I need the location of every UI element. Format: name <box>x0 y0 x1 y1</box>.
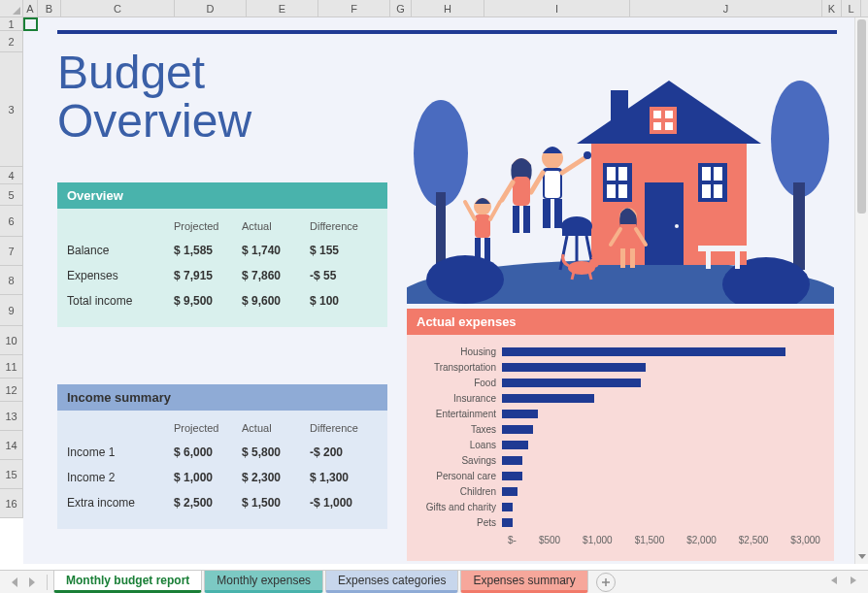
row-header-5[interactable]: 5 <box>0 184 22 206</box>
chart-bar <box>502 487 517 496</box>
row-header-4[interactable]: 4 <box>0 167 22 184</box>
svg-marker-72 <box>851 577 856 584</box>
cell-actual: $ 5,800 <box>242 445 310 459</box>
cell-projected: $ 1,585 <box>174 244 242 257</box>
sheet-tab[interactable]: Expenses categories <box>325 571 458 593</box>
table-row: Extra income$ 2,500$ 1,500-$ 1,000 <box>67 490 378 515</box>
svg-rect-17 <box>665 122 673 130</box>
chart-bar-row: Taxes <box>413 422 818 437</box>
row-header-10[interactable]: 10 <box>0 326 22 355</box>
axis-tick-label: $1,500 <box>635 535 665 545</box>
svg-rect-39 <box>543 199 551 228</box>
separator <box>47 575 48 590</box>
row-header-16[interactable]: 16 <box>0 489 22 518</box>
svg-rect-19 <box>607 167 616 181</box>
svg-marker-68 <box>29 577 35 587</box>
row-label: Income 2 <box>67 471 174 484</box>
svg-rect-16 <box>653 122 661 130</box>
chart-bar-row: Loans <box>413 438 818 452</box>
sheet-tab[interactable]: Monthly expenses <box>204 571 323 593</box>
cell-difference: $ 100 <box>310 294 378 308</box>
chart-category-label: Children <box>413 486 502 497</box>
table-row: Total income$ 9,500$ 9,600$ 100 <box>67 288 378 313</box>
column-header-A[interactable]: A <box>23 0 38 16</box>
column-header-L[interactable]: L <box>842 0 861 16</box>
column-header-J[interactable]: J <box>630 0 822 16</box>
row-header-6[interactable]: 6 <box>0 206 22 237</box>
row-header-13[interactable]: 13 <box>0 402 22 431</box>
svg-line-64 <box>572 272 574 280</box>
row-header-12[interactable]: 12 <box>0 379 22 402</box>
hscroll-right-icon[interactable] <box>849 575 864 590</box>
svg-rect-38 <box>545 171 560 198</box>
svg-marker-71 <box>831 577 837 584</box>
row-header-14[interactable]: 14 <box>0 431 22 460</box>
select-all-corner[interactable] <box>0 0 23 17</box>
cell-projected: $ 6,000 <box>174 445 242 459</box>
svg-rect-10 <box>611 90 628 124</box>
row-header-3[interactable]: 3 <box>0 52 22 167</box>
income-header: Income summary <box>57 384 387 411</box>
column-header-K[interactable]: K <box>822 0 842 16</box>
column-header-I[interactable]: I <box>484 0 630 16</box>
row-header-9[interactable]: 9 <box>0 295 22 326</box>
sheet-tab[interactable]: Monthly budget report <box>53 571 202 593</box>
chart-category-label: Savings <box>413 455 502 466</box>
chart-category-label: Insurance <box>413 393 502 404</box>
scroll-down-icon[interactable] <box>857 550 866 562</box>
vertical-scrollbar[interactable] <box>854 17 868 564</box>
col-difference: Difference <box>310 422 378 434</box>
sheet-tab[interactable]: Expenses summary <box>460 571 587 593</box>
row-header-8[interactable]: 8 <box>0 266 22 295</box>
svg-point-12 <box>675 224 679 228</box>
column-header-F[interactable]: F <box>318 0 390 16</box>
overview-header: Overview <box>57 182 387 209</box>
income-summary-card: Income summary Projected Actual Differen… <box>57 384 387 529</box>
chart-bar-row: Housing <box>413 345 818 359</box>
cell-actual: $ 1,740 <box>242 244 310 257</box>
svg-point-42 <box>584 151 591 159</box>
cell-actual: $ 9,600 <box>242 294 310 308</box>
add-sheet-button[interactable] <box>596 573 616 592</box>
worksheet-canvas[interactable]: Budget Overview <box>23 17 854 564</box>
svg-rect-20 <box>618 167 627 181</box>
column-header-C[interactable]: C <box>61 0 175 16</box>
axis-tick-label: $500 <box>539 535 560 545</box>
svg-rect-25 <box>714 167 722 181</box>
svg-rect-11 <box>645 182 684 265</box>
axis-tick-label: $2,000 <box>686 535 717 545</box>
axis-tick-label: $3,000 <box>790 535 820 545</box>
chart-bar <box>502 518 513 527</box>
chart-bar-row: Gifts and charity <box>413 500 818 514</box>
svg-rect-52 <box>484 238 490 261</box>
column-header-B[interactable]: B <box>38 0 61 16</box>
cell-actual: $ 2,300 <box>242 471 310 484</box>
svg-rect-51 <box>475 238 481 261</box>
row-label: Balance <box>67 244 174 257</box>
chart-category-label: Loans <box>413 440 502 450</box>
row-header-11[interactable]: 11 <box>0 355 22 379</box>
row-header-1[interactable]: 1 <box>0 17 22 31</box>
svg-rect-40 <box>554 199 562 228</box>
cell-difference: -$ 55 <box>310 269 378 282</box>
column-header-G[interactable]: G <box>390 0 412 16</box>
svg-rect-5 <box>793 182 805 270</box>
hscroll-left-icon[interactable] <box>829 575 845 590</box>
column-header-H[interactable]: H <box>412 0 484 16</box>
chart-bar <box>502 472 522 480</box>
scrollbar-thumb[interactable] <box>857 19 866 214</box>
tab-nav-prev-icon[interactable] <box>6 574 23 591</box>
column-header-E[interactable]: E <box>247 0 318 16</box>
svg-rect-47 <box>523 206 530 233</box>
column-header-D[interactable]: D <box>175 0 247 16</box>
tab-nav-next-icon[interactable] <box>23 574 41 591</box>
cell-actual: $ 7,860 <box>242 269 310 282</box>
svg-rect-58 <box>630 248 635 268</box>
row-header-2[interactable]: 2 <box>0 31 22 52</box>
row-header-7[interactable]: 7 <box>0 237 22 266</box>
svg-rect-46 <box>513 206 519 233</box>
chart-bar <box>502 441 528 449</box>
chart-category-label: Pets <box>413 517 502 528</box>
chart-bar <box>502 456 522 465</box>
row-header-15[interactable]: 15 <box>0 460 22 489</box>
